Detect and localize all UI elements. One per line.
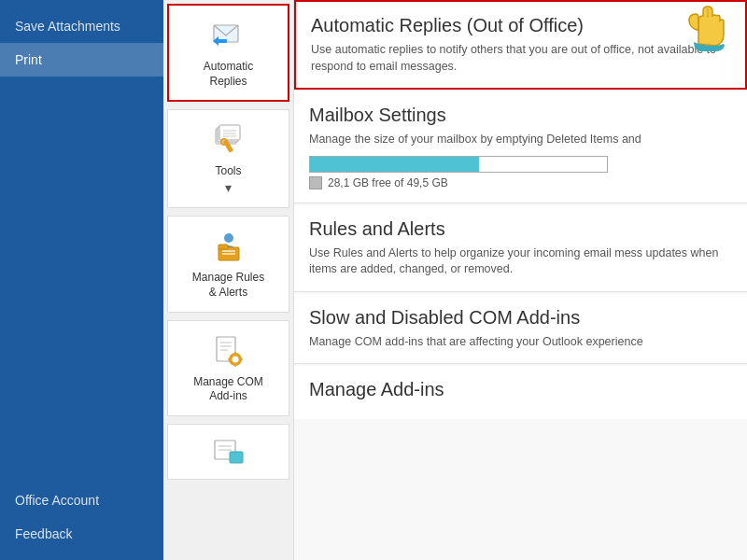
com-addins-title: Slow and Disabled COM Add-ins	[309, 307, 732, 329]
sidebar-top: Save Attachments Print	[0, 0, 163, 483]
rules-alerts-title: Rules and Alerts	[309, 218, 732, 240]
manage-com-icon	[210, 332, 247, 370]
manage-com-card[interactable]: Manage COM Add-ins	[167, 320, 289, 416]
svg-point-22	[232, 356, 238, 362]
mailbox-progress-fill	[310, 157, 479, 172]
mailbox-progress-bar	[309, 156, 608, 173]
tools-icon	[210, 121, 247, 159]
mailbox-settings-section: Mailbox Settings Manage the size of your…	[294, 91, 747, 203]
svg-rect-5	[219, 125, 240, 140]
mailbox-size-label: 28,1 GB free of 49,5 GB	[309, 176, 732, 189]
com-addins-desc: Manage COM add-ins that are affecting yo…	[309, 334, 732, 351]
svg-rect-23	[234, 352, 236, 356]
manage-rules-icon	[210, 228, 247, 265]
manage-com-label: Manage COM Add-ins	[193, 375, 263, 404]
sidebar: Save Attachments Print Office Account Fe…	[0, 0, 163, 560]
svg-rect-30	[230, 452, 243, 463]
manage-addins-icon	[211, 439, 247, 465]
manage-addins-section: Manage Add-ins	[294, 366, 747, 419]
svg-rect-26	[239, 358, 243, 360]
tools-card[interactable]: Tools▾	[167, 109, 289, 208]
manage-addins-card[interactable]	[167, 424, 289, 480]
svg-rect-25	[228, 358, 232, 360]
manage-rules-label: Manage Rules & Alerts	[192, 271, 264, 300]
tools-label: Tools▾	[215, 164, 241, 196]
mailbox-settings-desc: Manage the size of your mailbox by empty…	[309, 132, 732, 148]
automatic-replies-card[interactable]: Automatic Replies	[167, 4, 289, 102]
sidebar-item-office-account[interactable]: Office Account	[0, 483, 163, 517]
com-addins-section: Slow and Disabled COM Add-ins Manage COM…	[294, 294, 747, 365]
manage-rules-card[interactable]: Manage Rules & Alerts	[167, 216, 289, 312]
svg-rect-24	[234, 363, 236, 367]
automatic-replies-desc: Use automatic replies to notify others t…	[311, 42, 730, 75]
automatic-replies-label: Automatic Replies	[204, 60, 253, 89]
sidebar-item-save-attachments[interactable]: Save Attachments	[0, 9, 163, 43]
mailbox-settings-title: Mailbox Settings	[309, 105, 732, 126]
automatic-replies-title: Automatic Replies (Out of Office)	[311, 15, 730, 36]
main-content: Automatic Replies Tools▾	[163, 0, 747, 560]
svg-point-11	[224, 233, 233, 243]
icon-column: Automatic Replies Tools▾	[163, 0, 294, 560]
manage-addins-title: Manage Add-ins	[309, 379, 732, 400]
sidebar-item-print[interactable]: Print	[0, 43, 163, 77]
rules-alerts-section: Rules and Alerts Use Rules and Alerts to…	[294, 205, 747, 292]
sidebar-item-feedback[interactable]: Feedback	[0, 517, 163, 551]
rules-alerts-desc: Use Rules and Alerts to help organize yo…	[309, 245, 732, 278]
details-column: Automatic Replies (Out of Office) Use au…	[294, 0, 747, 560]
sidebar-bottom: Office Account Feedback	[0, 483, 163, 560]
automatic-replies-section: Automatic Replies (Out of Office) Use au…	[294, 0, 747, 90]
svg-rect-2	[218, 39, 227, 43]
svg-rect-14	[218, 245, 228, 249]
automatic-replies-icon	[210, 17, 247, 54]
